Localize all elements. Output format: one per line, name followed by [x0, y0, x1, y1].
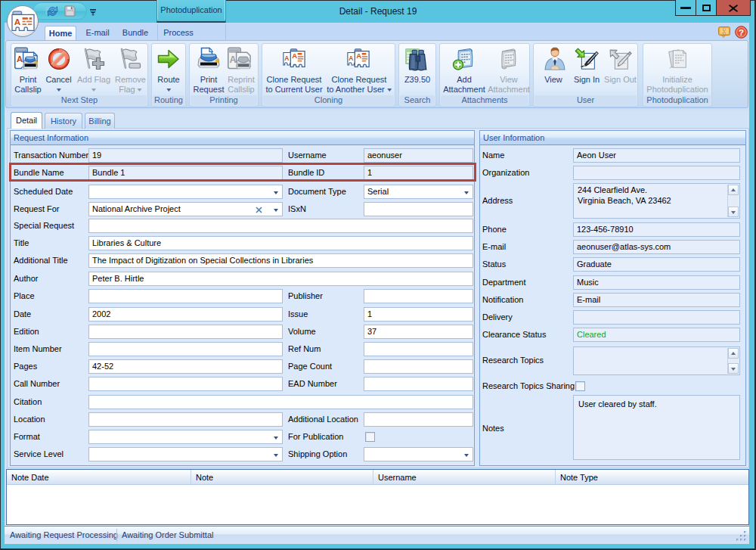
svg-text:A: A [292, 51, 297, 60]
svg-text:?: ? [739, 28, 744, 37]
svg-text:A: A [229, 54, 236, 65]
svg-text:A: A [284, 54, 289, 62]
svg-text:A: A [349, 54, 353, 62]
svg-text:A: A [17, 54, 23, 64]
svg-text:A: A [356, 51, 361, 60]
svg-text:A: A [14, 17, 21, 26]
